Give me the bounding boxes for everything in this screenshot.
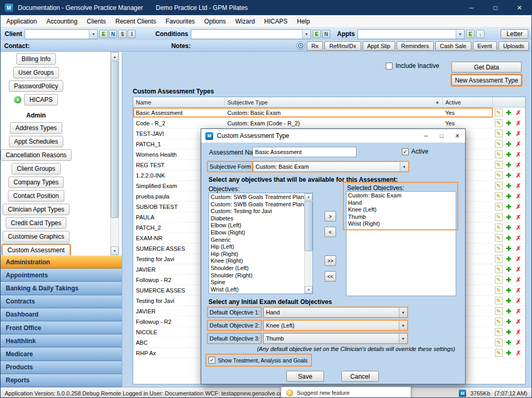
edit-icon[interactable]: ✎ xyxy=(495,224,503,231)
objectives-listbox[interactable]: Custom: SWB Goals Treatment PlanCustom: … xyxy=(209,193,313,294)
conditions-combobox[interactable]: ▼ xyxy=(191,29,311,39)
delete-icon[interactable]: ✗ xyxy=(515,234,523,242)
add-icon[interactable]: ✚ xyxy=(505,276,513,284)
toolbar-action-button[interactable]: Uploads xyxy=(499,41,529,51)
sidebar-button[interactable]: Contact Position xyxy=(8,190,64,202)
edit-icon[interactable]: ✎ xyxy=(495,297,503,305)
edit-icon[interactable]: ✎ xyxy=(495,161,503,169)
default-objective-dropdown[interactable]: Knee (Left) ▼ xyxy=(263,320,408,331)
add-icon[interactable]: ✚ xyxy=(505,265,513,273)
edit-icon[interactable]: ✎ xyxy=(495,213,503,221)
table-header[interactable]: Name Subjective Type▲ Active xyxy=(133,97,525,108)
table-row[interactable]: Code - R_2 Custom: Exam (Code - R_2) Yes… xyxy=(133,118,525,128)
edit-icon[interactable]: ✎ xyxy=(495,265,503,273)
add-icon[interactable]: ✚ xyxy=(505,286,513,294)
objective-item[interactable]: Custom: Testing for Javi xyxy=(211,208,304,215)
objective-item[interactable]: Elbow (Right) xyxy=(211,229,304,237)
add-icon[interactable]: ✚ xyxy=(505,349,513,357)
accordion-section[interactable]: Dashboard xyxy=(1,308,122,321)
delete-icon[interactable]: ✗ xyxy=(515,328,523,336)
edit-icon[interactable]: ✎ xyxy=(495,182,503,190)
sidebar-button[interactable]: Address Types xyxy=(10,122,62,134)
sidebar-button[interactable]: Clinician Appt Types xyxy=(3,204,70,215)
edit-icon[interactable]: ✎ xyxy=(495,203,503,210)
delete-icon[interactable]: ✗ xyxy=(515,349,523,357)
include-inactive-checkbox[interactable] xyxy=(386,63,392,69)
move-all-left-button[interactable]: << xyxy=(325,271,336,282)
selected-objective-item[interactable]: Wrist (Right) xyxy=(348,220,456,228)
sidebar-button[interactable]: PasswordPolicy xyxy=(9,80,64,92)
menu-item[interactable]: Clients xyxy=(82,15,111,28)
delete-icon[interactable]: ✗ xyxy=(515,119,523,127)
objective-item[interactable]: Custom: SWB Goals Treatment Plan - C xyxy=(211,201,304,208)
toolbar-action-button[interactable]: Event xyxy=(473,41,497,51)
edit-icon[interactable]: ✎ xyxy=(495,338,503,346)
add-icon[interactable]: ✚ xyxy=(505,182,513,190)
letter-button[interactable]: Letter xyxy=(501,29,528,39)
add-icon[interactable]: ✚ xyxy=(505,109,513,116)
sidebar-scrollbar[interactable]: ▲ ▼ xyxy=(110,52,119,255)
scroll-down-arrow[interactable]: ▼ xyxy=(305,286,313,294)
dialog-close-button[interactable]: ✕ xyxy=(449,129,465,143)
edit-icon[interactable]: ✎ xyxy=(495,130,503,137)
edit-icon[interactable]: ✎ xyxy=(495,171,503,179)
objective-item[interactable]: Knee (Right) xyxy=(211,257,304,265)
client-flag-button[interactable]: N xyxy=(109,30,117,38)
objective-item[interactable]: Diabetes xyxy=(211,215,304,223)
sidebar-button-hicaps[interactable]: HICAPS xyxy=(24,94,58,106)
add-icon[interactable]: ✚ xyxy=(505,328,513,336)
sidebar-button[interactable]: Custom Assessment xyxy=(2,244,70,255)
scroll-up-arrow[interactable]: ▲ xyxy=(111,52,119,61)
scroll-down-arrow[interactable]: ▼ xyxy=(111,247,119,255)
edit-icon[interactable]: ✎ xyxy=(495,119,503,127)
scrollbar-thumb[interactable] xyxy=(305,201,313,251)
toolbar-action-button[interactable]: Ref/Inv/Dx xyxy=(325,41,361,51)
sidebar-button[interactable]: Cancellation Reasons xyxy=(1,149,72,161)
menu-item[interactable]: Accounting xyxy=(42,15,82,28)
selected-objective-item[interactable]: Knee (Left) xyxy=(348,206,456,214)
default-objective-dropdown[interactable]: Hand ▼ xyxy=(263,307,408,318)
delete-icon[interactable]: ✗ xyxy=(515,213,523,221)
delete-icon[interactable]: ✗ xyxy=(515,297,523,305)
suggest-feature-button[interactable]: Suggest new feature xyxy=(281,387,411,398)
edit-icon[interactable]: ✎ xyxy=(495,192,503,200)
subjective-form-dropdown[interactable]: Custom: Basic Exam ▼ xyxy=(252,161,409,172)
history-button[interactable] xyxy=(296,41,305,50)
delete-icon[interactable]: ✗ xyxy=(515,182,523,190)
save-button[interactable]: Save xyxy=(286,371,324,382)
add-icon[interactable]: ✚ xyxy=(505,140,513,148)
edit-icon[interactable]: ✎ xyxy=(495,109,503,116)
selected-objective-item[interactable]: Hand xyxy=(348,200,456,207)
add-icon[interactable]: ✚ xyxy=(505,203,513,210)
accordion-section[interactable]: Reports xyxy=(1,374,122,387)
appts-flag-button[interactable]: E xyxy=(466,30,475,38)
edit-icon[interactable]: ✎ xyxy=(495,244,503,252)
edit-icon[interactable]: ✎ xyxy=(495,276,503,284)
accordion-section[interactable]: Contracts xyxy=(1,295,122,308)
scroll-up-arrow[interactable]: ▲ xyxy=(305,193,313,201)
maximize-button[interactable]: □ xyxy=(483,1,507,15)
selected-objective-item[interactable]: Custom: Basic Exam xyxy=(348,192,456,200)
selected-objectives-listbox[interactable]: Custom: Basic ExamHandKnee (Left)ThumbWr… xyxy=(346,191,456,296)
delete-icon[interactable]: ✗ xyxy=(515,130,523,137)
selected-objective-item[interactable]: Thumb xyxy=(348,214,456,221)
menu-item[interactable]: Favourites xyxy=(161,15,200,28)
add-icon[interactable]: ✚ xyxy=(505,234,513,242)
show-treatment-checkbox[interactable]: ✓ xyxy=(209,357,215,364)
objective-item[interactable]: Custom: SWB Goals Treatment Plan xyxy=(211,194,304,201)
new-assessment-type-button[interactable]: New Assessment Type xyxy=(452,75,522,86)
menu-item[interactable]: Options xyxy=(200,15,230,28)
toolbar-action-button[interactable]: Appt Slip xyxy=(363,41,395,51)
default-objective-dropdown[interactable]: Thumb ▼ xyxy=(263,333,408,344)
delete-icon[interactable]: ✗ xyxy=(515,161,523,169)
delete-icon[interactable]: ✗ xyxy=(515,150,523,158)
sidebar-button[interactable]: Client Groups xyxy=(11,163,60,174)
objective-item[interactable]: Elbow (Left) xyxy=(211,222,304,229)
accordion-section[interactable]: Medicare xyxy=(1,347,122,360)
toolbar-action-button[interactable]: Cash Sale xyxy=(435,41,471,51)
objective-item[interactable]: Generic xyxy=(211,237,304,244)
close-button[interactable]: ✕ xyxy=(507,1,531,15)
objective-item[interactable]: Hip (Left) xyxy=(211,243,304,251)
export-button[interactable]: ↓ xyxy=(476,30,484,38)
add-icon[interactable]: ✚ xyxy=(505,244,513,252)
